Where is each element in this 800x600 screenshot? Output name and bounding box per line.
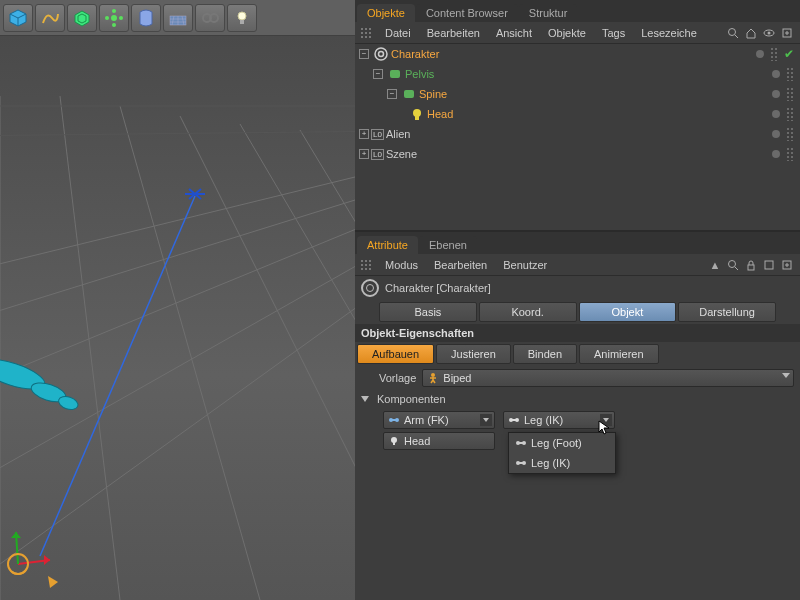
svg-line-20 bbox=[0, 166, 355, 276]
tree-row-alien[interactable]: + L0 Alien bbox=[355, 124, 800, 144]
tab-objekt[interactable]: Objekt bbox=[579, 302, 677, 322]
home-icon[interactable] bbox=[744, 26, 758, 40]
chip-arm-fk[interactable]: Arm (FK) bbox=[383, 411, 495, 429]
tool-camera[interactable] bbox=[195, 4, 225, 32]
svg-line-33 bbox=[40, 196, 195, 556]
tool-spline[interactable] bbox=[35, 4, 65, 32]
tool-cube[interactable] bbox=[3, 4, 33, 32]
expand-icon[interactable]: + bbox=[359, 149, 369, 159]
tree-label[interactable]: Charakter bbox=[391, 48, 439, 60]
popup-item-leg-foot[interactable]: Leg (Foot) bbox=[509, 433, 615, 453]
visibility-dot[interactable] bbox=[772, 110, 780, 118]
svg-line-27 bbox=[120, 106, 260, 600]
render-dots-icon[interactable] bbox=[770, 47, 778, 61]
tab-objekte[interactable]: Objekte bbox=[357, 4, 415, 22]
visibility-dot[interactable] bbox=[756, 50, 764, 58]
search-icon[interactable] bbox=[726, 258, 740, 272]
tool-deformer[interactable] bbox=[131, 4, 161, 32]
attr-tab-row-1: Basis Koord. Objekt Darstellung bbox=[355, 300, 800, 324]
tool-generator[interactable] bbox=[99, 4, 129, 32]
popup-item-leg-ik[interactable]: Leg (IK) bbox=[509, 453, 615, 473]
render-dots-icon[interactable] bbox=[786, 147, 794, 161]
svg-point-59 bbox=[729, 260, 736, 267]
tab-basis[interactable]: Basis bbox=[379, 302, 477, 322]
menu-tags[interactable]: Tags bbox=[594, 24, 633, 42]
menu-lesezeichen[interactable]: Lesezeiche bbox=[633, 24, 705, 42]
expand-icon[interactable]: + bbox=[359, 129, 369, 139]
tool-light[interactable] bbox=[227, 4, 257, 32]
chevron-down-icon[interactable] bbox=[600, 414, 612, 426]
eye-icon[interactable] bbox=[762, 26, 776, 40]
new-icon[interactable] bbox=[762, 258, 776, 272]
tool-nurbs[interactable] bbox=[67, 4, 97, 32]
tab-justieren[interactable]: Justieren bbox=[436, 344, 511, 364]
tree-label[interactable]: Pelvis bbox=[405, 68, 434, 80]
render-dots-icon[interactable] bbox=[786, 127, 794, 141]
visibility-dot[interactable] bbox=[772, 70, 780, 78]
svg-line-28 bbox=[180, 116, 355, 556]
menu-bearbeiten[interactable]: Bearbeiten bbox=[419, 24, 488, 42]
character-icon bbox=[373, 46, 389, 62]
tab-animieren[interactable]: Animieren bbox=[579, 344, 659, 364]
svg-line-21 bbox=[0, 186, 355, 326]
tab-struktur[interactable]: Struktur bbox=[519, 4, 578, 22]
komponenten-row[interactable]: Komponenten bbox=[355, 390, 800, 408]
svg-line-23 bbox=[0, 241, 355, 496]
object-manager-tabs: Objekte Content Browser Struktur bbox=[355, 0, 800, 22]
render-dots-icon[interactable] bbox=[786, 107, 794, 121]
render-dots-icon[interactable] bbox=[786, 87, 794, 101]
visibility-dot[interactable] bbox=[772, 150, 780, 158]
chevron-down-icon bbox=[782, 373, 790, 378]
collapse-icon[interactable]: − bbox=[373, 69, 383, 79]
menu-ansicht[interactable]: Ansicht bbox=[488, 24, 540, 42]
svg-rect-84 bbox=[518, 462, 524, 464]
visibility-dot[interactable] bbox=[772, 130, 780, 138]
svg-point-54 bbox=[379, 52, 384, 57]
component-icon bbox=[387, 66, 403, 82]
tree-row-spine[interactable]: − Spine bbox=[355, 84, 800, 104]
collapse-icon[interactable]: − bbox=[387, 89, 397, 99]
svg-line-60 bbox=[735, 267, 738, 270]
chip-head[interactable]: Head bbox=[383, 432, 495, 450]
vorlage-dropdown[interactable]: Biped bbox=[422, 369, 794, 387]
chip-leg-ik[interactable]: Leg (IK) bbox=[503, 411, 615, 429]
menu-modus[interactable]: Modus bbox=[377, 256, 426, 274]
tool-environment[interactable] bbox=[163, 4, 193, 32]
tree-row-szene[interactable]: + L0 Szene bbox=[355, 144, 800, 164]
tree-row-head[interactable]: Head bbox=[355, 104, 800, 124]
tree-label[interactable]: Head bbox=[427, 108, 453, 120]
collapse-icon[interactable]: − bbox=[359, 49, 369, 59]
tab-attribute[interactable]: Attribute bbox=[357, 236, 418, 254]
lock-icon[interactable] bbox=[744, 258, 758, 272]
tab-koord[interactable]: Koord. bbox=[479, 302, 577, 322]
tree-row-pelvis[interactable]: − Pelvis bbox=[355, 64, 800, 84]
menu-bearbeiten[interactable]: Bearbeiten bbox=[426, 256, 495, 274]
enabled-check-icon[interactable]: ✔ bbox=[784, 47, 794, 61]
visibility-dot[interactable] bbox=[772, 90, 780, 98]
tree-label[interactable]: Szene bbox=[386, 148, 417, 160]
nav-up-icon[interactable]: ▲ bbox=[708, 258, 722, 272]
tab-ebenen[interactable]: Ebenen bbox=[419, 236, 477, 254]
leg-dropdown-popup[interactable]: Leg (Foot) Leg (IK) bbox=[508, 432, 616, 474]
search-icon[interactable] bbox=[726, 26, 740, 40]
menu-objekte[interactable]: Objekte bbox=[540, 24, 594, 42]
chevron-down-icon[interactable] bbox=[480, 414, 492, 426]
tree-label[interactable]: Spine bbox=[419, 88, 447, 100]
tab-binden[interactable]: Binden bbox=[513, 344, 577, 364]
tab-aufbauen[interactable]: Aufbauen bbox=[357, 344, 434, 364]
menu-datei[interactable]: Datei bbox=[377, 24, 419, 42]
menu-benutzer[interactable]: Benutzer bbox=[495, 256, 555, 274]
expand-icon[interactable] bbox=[780, 258, 794, 272]
tab-darstellung[interactable]: Darstellung bbox=[678, 302, 776, 322]
tab-content-browser[interactable]: Content Browser bbox=[416, 4, 518, 22]
render-dots-icon[interactable] bbox=[786, 67, 794, 81]
grip-icon[interactable] bbox=[359, 26, 373, 40]
viewport-3d[interactable] bbox=[0, 36, 355, 600]
attribute-title-row: Charakter [Charakter] bbox=[355, 276, 800, 300]
grip-icon[interactable] bbox=[359, 258, 373, 272]
tree-label[interactable]: Alien bbox=[386, 128, 410, 140]
tree-row-charakter[interactable]: − Charakter ✔ bbox=[355, 44, 800, 64]
expand-icon[interactable] bbox=[780, 26, 794, 40]
hierarchy-tree[interactable]: − Charakter ✔ − Pelvis − Spine Head + bbox=[355, 44, 800, 230]
svg-line-70 bbox=[433, 380, 435, 383]
